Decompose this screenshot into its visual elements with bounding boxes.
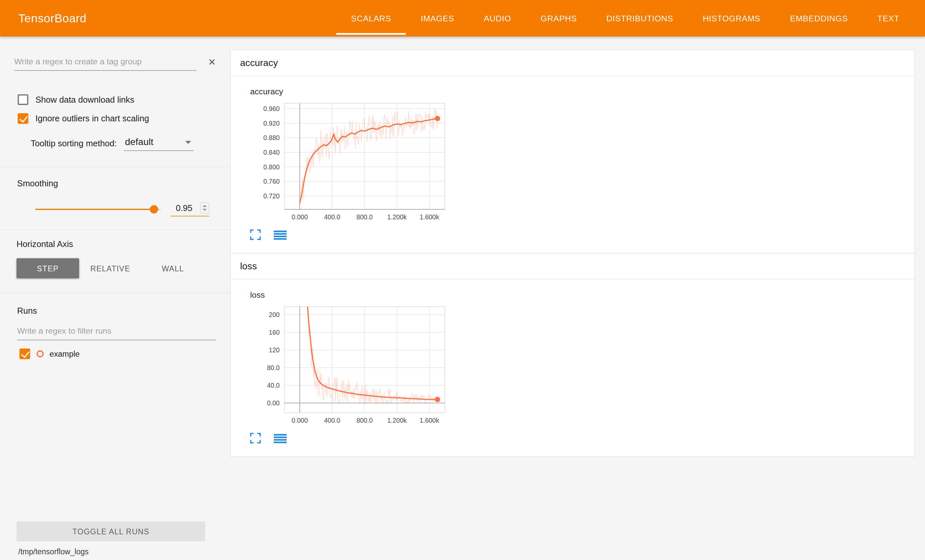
checkbox[interactable]: [18, 113, 29, 124]
tab-distributions[interactable]: DISTRIBUTIONS: [592, 0, 688, 37]
axis-button-group: STEPRELATIVEWALL: [17, 258, 204, 278]
x-tick-label: 400.0: [324, 417, 340, 424]
chart-card-body: loss20016012080.040.00.000.000400.0800.0…: [231, 280, 914, 457]
x-tick-label: 0.000: [292, 417, 308, 424]
chart-title: loss: [250, 290, 914, 300]
app-header: TensorBoard SCALARSIMAGESAUDIOGRAPHSDIST…: [0, 0, 925, 37]
y-tick-label: 0.00: [267, 399, 280, 406]
tab-histograms[interactable]: HISTOGRAMS: [688, 0, 775, 37]
checkbox-label: Show data download links: [35, 95, 134, 104]
y-tick-label: 120: [269, 346, 280, 354]
tensorboard-app: TensorBoard SCALARSIMAGESAUDIOGRAPHSDIST…: [0, 0, 925, 560]
chevron-down-icon: [185, 141, 191, 144]
y-tick-label: 0.840: [264, 149, 280, 156]
y-tick-label: 80.0: [267, 364, 280, 371]
toggle-all-runs-button[interactable]: TOGGLE ALL RUNS: [17, 521, 205, 541]
horizontal-axis-label: Horizontal Axis: [17, 239, 230, 249]
log-directory: /tmp/tensorflow_logs: [18, 547, 230, 556]
app-title: TensorBoard: [18, 0, 87, 37]
y-tick-label: 0.880: [264, 134, 280, 142]
chart-group-header[interactable]: loss: [231, 254, 914, 280]
final-point-marker: [435, 397, 440, 402]
checkbox[interactable]: [18, 94, 29, 105]
run-row: example: [17, 349, 216, 359]
chart-group-card-accuracy: accuracyaccuracy0.9600.9200.8800.8400.80…: [230, 50, 915, 254]
chart-actions: [250, 229, 914, 240]
horizontal-axis-section: Horizontal Axis STEPRELATIVEWALL: [0, 230, 230, 293]
tab-graphs[interactable]: GRAPHS: [526, 0, 592, 37]
smoothing-value: 0.95: [176, 203, 193, 212]
runs-filter-input[interactable]: [17, 324, 216, 340]
loss-chart[interactable]: 20016012080.040.00.000.000400.0800.01.20…: [250, 302, 458, 429]
smoothing-slider[interactable]: [35, 205, 160, 214]
chart-card-body: accuracy0.9600.9200.8800.8400.8000.7600.…: [231, 76, 914, 253]
y-tick-label: 40.0: [267, 382, 280, 389]
general-settings-section: ✕ Show data download linksIgnore outlier…: [0, 37, 230, 167]
smoothing-slider-row: 0.95: [17, 202, 230, 216]
smoothing-slider-thumb[interactable]: [150, 205, 158, 214]
spinner-up-icon[interactable]: [202, 205, 207, 207]
chart-menu-icon[interactable]: [274, 433, 287, 443]
axis-button-relative[interactable]: RELATIVE: [79, 258, 142, 278]
axis-button-step[interactable]: STEP: [17, 258, 79, 278]
y-tick-label: 160: [269, 329, 280, 336]
sidebar-bottom: TOGGLE ALL RUNS /tmp/tensorflow_logs: [0, 521, 230, 560]
sidebar: ✕ Show data download linksIgnore outlier…: [0, 37, 230, 560]
tooltip-sorting-value: default: [125, 137, 154, 148]
chart-group-header[interactable]: accuracy: [231, 50, 914, 76]
y-tick-label: 200: [269, 311, 280, 318]
x-tick-label: 1.600k: [420, 213, 440, 221]
y-tick-label: 0.760: [264, 178, 280, 185]
number-spinner[interactable]: [200, 202, 209, 214]
y-tick-label: 0.800: [264, 163, 280, 171]
x-tick-label: 1.600k: [420, 417, 440, 424]
tab-embeddings[interactable]: EMBEDDINGS: [775, 0, 863, 37]
chart-actions: [250, 433, 914, 444]
tab-text[interactable]: TEXT: [863, 0, 914, 37]
tab-images[interactable]: IMAGES: [406, 0, 469, 37]
tag-filter-row: ✕: [14, 54, 216, 71]
final-point-marker: [435, 116, 440, 121]
accuracy-chart[interactable]: 0.9600.9200.8800.8400.8000.7600.7200.000…: [250, 98, 458, 226]
chart-title: accuracy: [250, 87, 914, 96]
spinner-down-icon[interactable]: [202, 209, 207, 211]
runs-list: example: [17, 349, 216, 359]
close-icon[interactable]: ✕: [208, 58, 216, 67]
smoothing-section: Smoothing 0.95: [0, 167, 230, 230]
run-checkbox[interactable]: [20, 349, 30, 359]
smoothing-label: Smoothing: [17, 179, 230, 188]
x-tick-label: 800.0: [357, 417, 373, 424]
run-label: example: [50, 349, 80, 358]
chart-group-card-loss: lossloss20016012080.040.00.000.000400.08…: [230, 253, 915, 457]
checkbox-row[interactable]: Show data download links: [14, 94, 216, 105]
tooltip-sorting-label: Tooltip sorting method:: [31, 138, 117, 151]
chart-menu-icon[interactable]: [274, 230, 287, 240]
y-tick-label: 0.920: [264, 120, 280, 127]
x-tick-label: 1.200k: [387, 417, 407, 424]
run-color-swatch[interactable]: [37, 350, 44, 357]
tooltip-sorting-row: Tooltip sorting method: default: [14, 135, 216, 151]
checkbox-row[interactable]: Ignore outliers in chart scaling: [14, 113, 216, 124]
runs-section: Runs example: [0, 293, 230, 359]
expand-chart-icon[interactable]: [250, 229, 261, 240]
runs-label: Runs: [17, 306, 216, 315]
runs-filter-row: [17, 324, 216, 340]
y-tick-label: 0.960: [264, 105, 280, 112]
x-tick-label: 400.0: [324, 213, 340, 221]
checkbox-label: Ignore outliers in chart scaling: [35, 114, 149, 123]
tooltip-sorting-select[interactable]: default: [124, 135, 193, 151]
slider-track-fill: [35, 209, 154, 210]
axis-button-wall[interactable]: WALL: [142, 258, 204, 278]
settings-checkboxes: Show data download linksIgnore outliers …: [14, 94, 216, 123]
x-tick-label: 1.200k: [387, 213, 407, 221]
x-tick-label: 800.0: [357, 213, 373, 221]
y-tick-label: 0.720: [264, 192, 280, 200]
main-content: accuracyaccuracy0.9600.9200.8800.8400.80…: [230, 37, 925, 560]
smoothing-value-input[interactable]: 0.95: [170, 202, 209, 216]
tab-audio[interactable]: AUDIO: [469, 0, 526, 37]
tag-filter-input[interactable]: [14, 54, 196, 71]
expand-chart-icon[interactable]: [250, 433, 261, 444]
x-tick-label: 0.000: [292, 213, 308, 221]
header-tabs: SCALARSIMAGESAUDIOGRAPHSDISTRIBUTIONSHIS…: [336, 0, 914, 37]
tab-scalars[interactable]: SCALARS: [336, 0, 406, 37]
